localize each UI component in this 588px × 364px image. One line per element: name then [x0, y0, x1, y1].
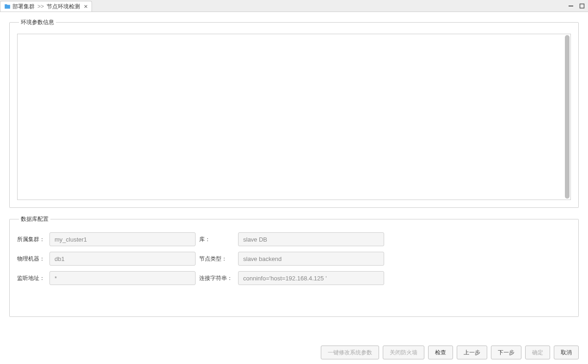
close-firewall-button[interactable]: 关闭防火墙 [383, 346, 424, 359]
scrollbar-thumb[interactable] [565, 35, 570, 199]
modify-system-params-button[interactable]: 一键修改系统参数 [321, 346, 379, 359]
conn-str-input[interactable] [238, 271, 384, 285]
close-icon[interactable]: ✕ [84, 4, 88, 10]
breadcrumb-part2: 节点环境检测 [47, 3, 80, 11]
node-type-input[interactable] [238, 252, 384, 266]
next-button[interactable]: 下一步 [491, 346, 521, 359]
machine-label: 物理机器： [17, 255, 46, 263]
machine-input[interactable] [49, 252, 196, 266]
db-input[interactable] [238, 232, 384, 246]
maximize-icon[interactable] [579, 3, 585, 9]
env-params-fieldset: 环境参数信息 [9, 18, 579, 208]
scrollbar[interactable] [565, 35, 570, 199]
button-bar: 一键修改系统参数 关闭防火墙 检查 上一步 下一步 确定 取消 [9, 336, 579, 359]
env-params-legend: 环境参数信息 [19, 18, 56, 26]
db-config-legend: 数据库配置 [19, 215, 50, 223]
listen-addr-input[interactable] [49, 271, 196, 285]
node-type-label: 节点类型： [199, 255, 234, 263]
ok-button[interactable]: 确定 [525, 346, 550, 359]
prev-button[interactable]: 上一步 [457, 346, 487, 359]
cluster-input[interactable] [49, 232, 196, 246]
check-button[interactable]: 检查 [428, 346, 453, 359]
cluster-label: 所属集群： [17, 236, 46, 243]
db-config-fieldset: 数据库配置 所属集群： 库： 物理机器： 节点类型： 监听地址： 连接字符串： [9, 215, 579, 317]
env-params-textarea[interactable] [17, 34, 571, 200]
folder-icon [4, 3, 11, 10]
db-config-form: 所属集群： 库： 物理机器： 节点类型： 监听地址： 连接字符串： [17, 232, 571, 285]
breadcrumb-separator: >> [37, 3, 45, 10]
breadcrumb-part1: 部署集群 [12, 3, 35, 11]
minimize-icon[interactable] [568, 3, 574, 9]
db-label: 库： [199, 236, 234, 243]
cancel-button[interactable]: 取消 [554, 346, 579, 359]
listen-addr-label: 监听地址： [17, 274, 46, 282]
svg-rect-1 [580, 4, 584, 8]
tab-bar: 部署集群 >> 节点环境检测 ✕ [0, 0, 588, 12]
conn-str-label: 连接字符串： [199, 274, 234, 282]
svg-rect-0 [569, 6, 573, 6]
content-area: 环境参数信息 数据库配置 所属集群： 库： 物理机器： 节点类型： 监听地址： … [0, 12, 588, 364]
window-controls [568, 0, 585, 12]
tab-node-env-check[interactable]: 部署集群 >> 节点环境检测 ✕ [0, 1, 92, 12]
